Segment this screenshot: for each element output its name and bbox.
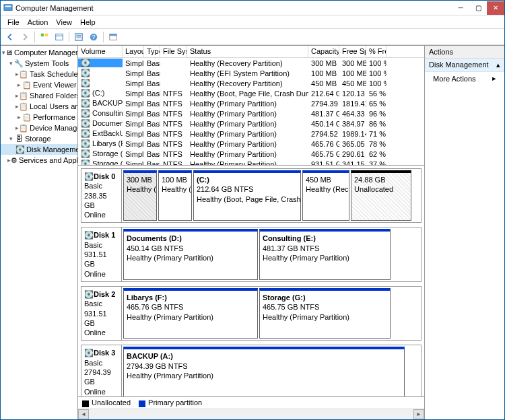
- disk-partitions: Libarys (F:)465.76 GB NTFSHealthy (Prima…: [122, 287, 421, 340]
- disk-label[interactable]: 💽Disk 2Basic931.51 GBOnline: [81, 287, 122, 340]
- minimize-button[interactable]: ─: [452, 1, 469, 15]
- volume-row[interactable]: 💽 Storage (H:)SimpleBasicNTFSHealthy (Pr…: [78, 159, 424, 166]
- volume-row[interactable]: 💽 ExtBackUp (B:)SimpleBasicNTFSHealthy (…: [78, 129, 424, 139]
- actions-section[interactable]: Disk Management▴: [425, 59, 504, 72]
- partition[interactable]: 300 MBHealthy (Reco: [123, 170, 157, 221]
- col-layout[interactable]: Layout: [123, 46, 144, 57]
- partition[interactable]: 24.88 GBUnallocated: [351, 170, 411, 221]
- partition[interactable]: Libarys (F:)465.76 GB NTFSHealthy (Prima…: [123, 288, 258, 339]
- item-icon: 📋: [19, 69, 28, 79]
- col-status[interactable]: Status: [187, 46, 308, 57]
- actions-title: Actions: [425, 46, 504, 59]
- volume-row[interactable]: 💽 SimpleBasicHealthy (Recovery Partition…: [78, 58, 424, 68]
- separator: [34, 32, 35, 42]
- tree-services[interactable]: ▸⚙Services and Applications: [1, 155, 77, 166]
- titlebar: Computer Management ─ ▢ ✕: [1, 1, 504, 15]
- disk-row[interactable]: 💽Disk 1Basic931.51 GBOnlineDocuments (D:…: [81, 227, 422, 281]
- tree-item[interactable]: ▸📋Task Scheduler: [1, 69, 77, 79]
- computer-icon: 🖥: [5, 48, 13, 57]
- settings-button[interactable]: [106, 30, 120, 44]
- col-pct[interactable]: % Free: [366, 46, 386, 57]
- actions-more[interactable]: More Actions▸: [425, 72, 504, 85]
- properties-button[interactable]: [72, 30, 86, 44]
- col-volume[interactable]: Volume: [78, 46, 123, 57]
- volume-header[interactable]: Volume Layout Type File System Status Ca…: [78, 46, 424, 58]
- actions-pane: Actions Disk Management▴ More Actions▸: [425, 46, 504, 419]
- view-button[interactable]: [53, 30, 66, 44]
- back-button[interactable]: [3, 30, 17, 44]
- item-icon: 📋: [22, 80, 32, 90]
- volume-row[interactable]: 💽 BACKUP (A:)SimpleBasicNTFSHealthy (Pri…: [78, 98, 424, 108]
- partition[interactable]: BACKUP (A:)2794.39 GB NTFSHealthy (Prima…: [123, 347, 405, 396]
- help-button[interactable]: ?: [87, 30, 100, 44]
- close-button[interactable]: ✕: [487, 1, 504, 15]
- volume-row[interactable]: 💽 Consulting (E:)SimpleBasicNTFSHealthy …: [78, 108, 424, 118]
- volume-row[interactable]: 💽 SimpleBasicHealthy (EFI System Partiti…: [78, 68, 424, 78]
- col-free[interactable]: Free Space: [339, 46, 366, 57]
- disk-row[interactable]: 💽Disk 2Basic931.51 GBOnlineLibarys (F:)4…: [81, 286, 422, 341]
- disk-row[interactable]: 💽Disk 0Basic238.35 GBOnline300 MBHealthy…: [81, 168, 422, 223]
- tree-system-tools[interactable]: ▾🔧System Tools: [1, 58, 77, 69]
- menubar: File Action View Help: [1, 15, 504, 29]
- col-fs[interactable]: File System: [160, 46, 187, 57]
- tree-item[interactable]: ▸📋Device Manager: [1, 123, 77, 133]
- partition[interactable]: Documents (D:)450.14 GB NTFSHealthy (Pri…: [123, 229, 258, 279]
- disk-graphical-view[interactable]: 💽Disk 0Basic238.35 GBOnline300 MBHealthy…: [78, 166, 424, 396]
- separator: [103, 32, 104, 42]
- svg-text:?: ?: [92, 32, 95, 40]
- disk-row[interactable]: 💽Disk 3Basic2794.39 GBOnlineBACKUP (A:)2…: [81, 345, 422, 396]
- app-icon: [3, 3, 13, 13]
- partition[interactable]: Consulting (E:)481.37 GB NTFSHealthy (Pr…: [259, 229, 391, 279]
- col-type[interactable]: Type: [144, 46, 160, 57]
- tree-item[interactable]: ▸📋Performance: [1, 112, 77, 123]
- item-icon: 📋: [22, 112, 32, 122]
- volume-row[interactable]: 💽 (C:)SimpleBasicNTFSHealthy (Boot, Page…: [78, 88, 424, 98]
- scroll-right-button[interactable]: ►: [413, 409, 424, 419]
- refresh-button[interactable]: [38, 30, 51, 44]
- partition[interactable]: 100 MBHealthy (E: [158, 170, 192, 221]
- partition[interactable]: (C:)212.64 GB NTFSHealthy (Boot, Page Fi…: [193, 170, 301, 221]
- menu-action[interactable]: Action: [24, 17, 53, 28]
- menu-view[interactable]: View: [52, 17, 76, 28]
- tree-disk-management[interactable]: 💽Disk Management: [1, 144, 77, 155]
- volume-list[interactable]: Volume Layout Type File System Status Ca…: [78, 46, 424, 166]
- tree-storage[interactable]: ▾🗄Storage: [1, 133, 77, 144]
- svg-rect-1: [5, 5, 11, 7]
- menu-help[interactable]: Help: [76, 17, 100, 28]
- separator: [69, 32, 69, 42]
- maximize-button[interactable]: ▢: [469, 1, 487, 15]
- disk-label[interactable]: 💽Disk 0Basic238.35 GBOnline: [81, 169, 122, 222]
- volume-row[interactable]: 💽 SimpleBasicHealthy (Recovery Partition…: [78, 78, 424, 88]
- disk-partitions: 300 MBHealthy (Reco100 MBHealthy (E(C:)2…: [122, 169, 421, 222]
- item-icon: 📋: [19, 91, 28, 100]
- tree-item[interactable]: ▸📋Shared Folders: [1, 90, 77, 101]
- svg-rect-4: [56, 34, 63, 40]
- collapse-icon: ▴: [496, 61, 500, 69]
- volume-row[interactable]: 💽 Storage (G:)SimpleBasicNTFSHealthy (Pr…: [78, 149, 424, 159]
- item-icon: 📋: [19, 102, 28, 111]
- disk-label[interactable]: 💽Disk 3Basic2794.39 GBOnline: [81, 345, 122, 396]
- partition[interactable]: Storage (G:)465.75 GB NTFSHealthy (Prima…: [259, 288, 391, 339]
- navigation-tree[interactable]: ▾🖥Computer Management (Local ▾🔧System To…: [1, 46, 78, 419]
- tools-icon: 🔧: [14, 59, 24, 68]
- volume-row[interactable]: 💽 Documents (D:)SimpleBasicNTFSHealthy (…: [78, 118, 424, 129]
- volume-row[interactable]: 💽 Libarys (F:)SimpleBasicNTFSHealthy (Pr…: [78, 139, 424, 149]
- svg-rect-0: [4, 4, 12, 10]
- tree-item[interactable]: ▸📋Local Users and Groups: [1, 101, 77, 112]
- window-title: Computer Management: [15, 4, 452, 12]
- horizontal-scrollbar[interactable]: ◄ ►: [78, 409, 424, 419]
- legend: Unallocated Primary partition: [78, 396, 424, 409]
- col-capacity[interactable]: Capacity: [308, 46, 339, 57]
- toolbar: ?: [1, 29, 504, 45]
- item-icon: 📋: [19, 123, 28, 133]
- scroll-left-button[interactable]: ◄: [78, 409, 89, 419]
- tree-root[interactable]: ▾🖥Computer Management (Local: [1, 47, 77, 58]
- forward-button[interactable]: [18, 30, 32, 44]
- svg-rect-3: [45, 33, 48, 36]
- menu-file[interactable]: File: [3, 17, 24, 28]
- legend-primary-swatch: [139, 400, 145, 407]
- tree-item[interactable]: ▸📋Event Viewer: [1, 79, 77, 90]
- partition[interactable]: 450 MBHealthy (Recov: [302, 170, 349, 221]
- scroll-track[interactable]: [89, 409, 413, 419]
- disk-label[interactable]: 💽Disk 1Basic931.51 GBOnline: [81, 228, 122, 281]
